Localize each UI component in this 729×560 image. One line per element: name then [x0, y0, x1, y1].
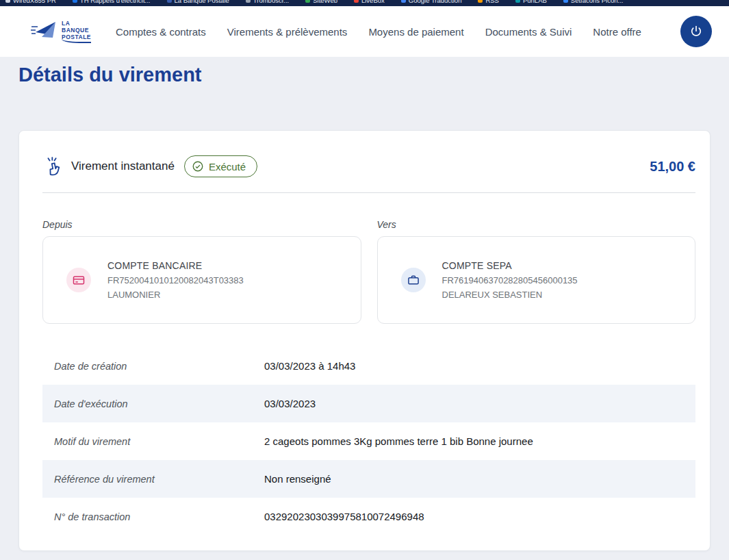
nav-item-virements[interactable]: Virements & prélèvements	[227, 26, 348, 38]
bookmark-item[interactable]: RSS	[478, 0, 499, 4]
nav-item-comptes[interactable]: Comptes & contrats	[116, 26, 206, 38]
to-account-column: Vers COMPTE SEPA FR761940637028280545600…	[377, 219, 696, 324]
banque-postale-logo[interactable]: LA BANQUE POSTALE	[30, 20, 91, 44]
detail-label: Date de création	[54, 361, 264, 372]
nav-item-notre-offre[interactable]: Notre offre	[593, 26, 641, 38]
briefcase-icon	[401, 268, 426, 292]
detail-row-reference: Référence du virement Non renseigné	[42, 460, 695, 498]
browser-bookmarks-bar: WiredX855 PR TH Rappels d'electricit... …	[0, 0, 729, 6]
instant-transfer-icon	[44, 156, 64, 177]
to-label: Vers	[377, 219, 696, 230]
detail-label: Date d'exécution	[54, 398, 264, 409]
logo-wordmark: LA BANQUE POSTALE	[62, 20, 91, 44]
detail-row-date-creation: Date de création 03/03/2023 à 14h43	[42, 347, 695, 385]
bookmark-item[interactable]: WiredX855 PR	[5, 0, 56, 4]
page-content: Détails du virement Virement instantané …	[0, 57, 729, 551]
bookmark-favicon-icon	[354, 0, 359, 3]
nav-item-documents[interactable]: Documents & Suivi	[485, 26, 572, 38]
from-account-holder: LAUMONIER	[107, 290, 244, 300]
detail-label: Motif du virement	[54, 436, 264, 447]
power-icon	[689, 25, 703, 38]
main-navigation: LA BANQUE POSTALE Comptes & contrats Vir…	[0, 6, 729, 57]
page-title: Détails du virement	[18, 64, 711, 86]
from-account-info: COMPTE BANCAIRE FR7520041010120082043T03…	[107, 260, 244, 300]
bookmark-item[interactable]: Setfacons Picon...	[563, 0, 624, 4]
bookmark-favicon-icon	[563, 0, 568, 3]
bookmark-item[interactable]: Tromboscr...	[246, 0, 289, 4]
bookmark-favicon-icon	[5, 0, 10, 3]
nav-item-moyens-paiement[interactable]: Moyens de paiement	[368, 26, 463, 38]
from-account-card: COMPTE BANCAIRE FR7520041010120082043T03…	[42, 236, 361, 324]
from-account-iban: FR7520041010120082043T03383	[107, 275, 244, 285]
detail-value: Non renseigné	[264, 473, 331, 485]
bookmark-item[interactable]: SiteWeb	[305, 0, 337, 4]
to-account-iban: FR7619406370282805456000135	[442, 275, 578, 285]
transfer-type-label: Virement instantané	[71, 160, 175, 173]
divider	[42, 192, 695, 193]
detail-row-motif: Motif du virement 2 cageots pommes 3Kg p…	[42, 422, 695, 460]
detail-label: N° de transaction	[54, 511, 264, 522]
transfer-amount: 51,00 €	[650, 159, 695, 175]
status-label: Exécuté	[209, 161, 246, 173]
bookmark-item[interactable]: PunLAB	[515, 0, 547, 4]
detail-label: Référence du virement	[54, 474, 264, 485]
bird-logo-icon	[30, 20, 57, 43]
bookmark-favicon-icon	[305, 0, 310, 3]
to-account-card: COMPTE SEPA FR7619406370282805456000135 …	[377, 236, 696, 324]
transfer-header: Virement instantané Exécuté 51,00 €	[42, 155, 695, 177]
nav-menu: Comptes & contrats Virements & prélèveme…	[116, 26, 641, 38]
bookmark-item[interactable]: TH Rappels d'electricit...	[73, 0, 151, 4]
bookmark-favicon-icon	[478, 0, 483, 3]
transfer-details-card: Virement instantané Exécuté 51,00 € Depu…	[18, 130, 711, 551]
from-label: Depuis	[42, 219, 361, 230]
to-account-type: COMPTE SEPA	[442, 260, 578, 271]
bookmark-favicon-icon	[401, 0, 406, 3]
bookmark-favicon-icon	[515, 0, 520, 3]
bookmark-item[interactable]: La Banque Postale	[167, 0, 229, 4]
detail-value: 2 cageots pommes 3Kg pommes terre 1 bib …	[264, 435, 533, 447]
accounts-section: Depuis COMPTE BANCAIRE FR752004101012008…	[42, 219, 695, 324]
to-account-holder: DELAREUX SEBASTIEN	[442, 290, 578, 300]
to-account-info: COMPTE SEPA FR7619406370282805456000135 …	[442, 260, 578, 300]
transfer-details-list: Date de création 03/03/2023 à 14h43 Date…	[42, 347, 695, 535]
bookmark-item[interactable]: LiveBox	[354, 0, 385, 4]
bookmark-favicon-icon	[73, 0, 77, 3]
detail-row-date-execution: Date d'exécution 03/03/2023	[42, 385, 695, 422]
status-badge: Exécuté	[184, 155, 257, 177]
bookmark-item[interactable]: Google Traduction	[401, 0, 462, 4]
detail-value: 03/03/2023	[264, 398, 316, 409]
detail-row-transaction-number: N° de transaction 0329202303039975810072…	[42, 498, 695, 535]
logout-button[interactable]	[680, 16, 712, 47]
detail-value: 0329202303039975810072496948	[264, 511, 424, 522]
detail-value: 03/03/2023 à 14h43	[264, 360, 355, 372]
from-account-type: COMPTE BANCAIRE	[107, 260, 244, 271]
credit-card-icon	[66, 268, 91, 292]
check-circle-icon	[192, 160, 204, 173]
from-account-column: Depuis COMPTE BANCAIRE FR752004101012008…	[42, 219, 361, 324]
bookmark-favicon-icon	[246, 0, 251, 3]
bookmark-favicon-icon	[167, 0, 172, 3]
